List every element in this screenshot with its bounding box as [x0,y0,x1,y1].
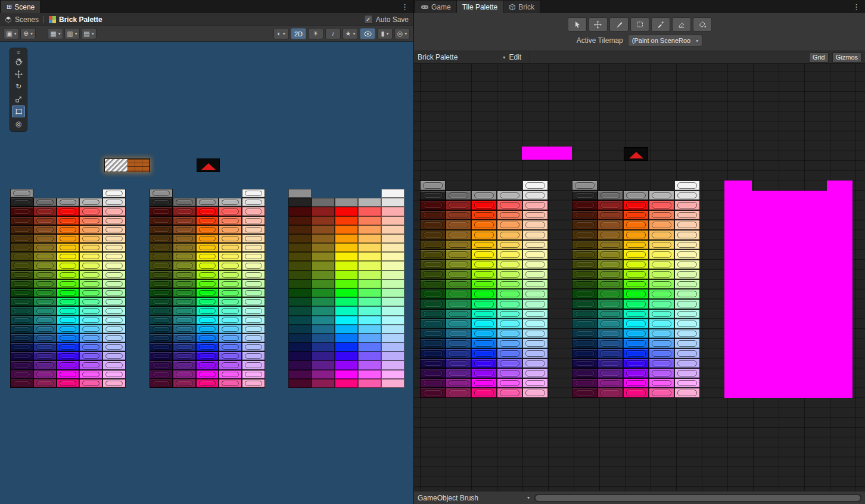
palette-tile[interactable] [598,269,623,279]
palette-tile[interactable] [196,343,219,351]
palette-tile[interactable] [242,198,265,207]
palette-tile[interactable] [312,351,335,360]
palette-tile[interactable] [242,252,265,261]
palette-tile[interactable] [471,200,497,210]
palette-tile[interactable] [312,279,335,288]
palette-tile[interactable] [150,325,173,334]
palette-tile[interactable] [312,234,335,243]
palette-tile[interactable] [522,191,548,201]
palette-tile[interactable] [649,299,674,309]
palette-tile[interactable] [674,200,700,210]
palette-tile[interactable] [173,234,196,243]
palette-tile[interactable] [57,225,80,234]
palette-tile[interactable] [471,250,497,260]
palette-tile[interactable] [358,243,381,252]
palette-tile[interactable] [522,309,548,319]
palette-tile[interactable] [446,200,471,210]
palette-tile[interactable] [33,207,57,216]
palette-tile[interactable] [446,359,471,369]
palette-tile[interactable] [150,243,173,252]
palette-tile[interactable] [522,260,548,270]
palette-tile[interactable] [10,243,33,252]
palette-tile[interactable] [10,379,33,388]
palette-tile[interactable] [572,269,598,279]
move-tile-tool-button[interactable] [589,17,608,32]
palette-tile[interactable] [522,368,548,378]
palette-tile[interactable] [446,230,471,240]
palette-tile[interactable] [649,210,674,220]
palette-tile[interactable] [358,225,381,234]
palette-tile[interactable] [33,370,57,379]
palette-tile[interactable] [381,279,405,288]
palette-tile[interactable] [288,316,312,325]
palette-tile[interactable] [572,289,598,299]
palette-tile[interactable] [335,343,358,351]
palette-tile[interactable] [102,334,126,343]
palette-tile[interactable] [335,270,358,279]
palette-tile[interactable] [196,297,219,306]
palette-tile[interactable] [102,198,126,207]
palette-tile[interactable] [674,210,700,220]
palette-tile[interactable] [598,200,623,210]
palette-tile[interactable] [33,252,57,261]
scene-brick-palette-2[interactable] [150,189,265,388]
palette-tile[interactable] [420,200,446,210]
palette-tile[interactable] [173,270,196,279]
palette-tile[interactable] [471,349,497,359]
palette-tile[interactable] [572,338,598,349]
palette-tile[interactable] [446,250,471,260]
palette-tile[interactable] [572,388,598,398]
palette-tile[interactable] [79,225,102,234]
palette-tile[interactable] [674,220,700,230]
palette-tile[interactable] [173,343,196,351]
move-tool-button[interactable] [12,68,25,80]
tile-palette-bricks-2[interactable] [572,181,700,398]
palette-tile[interactable] [150,234,173,243]
palette-tile[interactable] [649,220,674,230]
palette-tile[interactable] [358,306,381,315]
palette-tile[interactable] [79,351,102,360]
palette-tile[interactable] [150,316,173,325]
palette-tile[interactable] [219,297,242,306]
palette-tile[interactable] [471,309,497,319]
palette-tile[interactable] [10,343,33,351]
palette-tile[interactable] [102,252,126,261]
select-tool-button[interactable] [568,17,587,32]
palette-tile[interactable] [598,210,623,220]
tile-palette-canvas[interactable] [414,64,865,491]
palette-tile[interactable] [150,252,173,261]
palette-tile[interactable] [598,230,623,240]
palette-tile[interactable] [522,269,548,279]
palette-tile[interactable] [173,207,196,216]
palette-tile[interactable] [173,288,196,297]
palette-tile[interactable] [288,351,312,360]
palette-tile[interactable] [33,216,57,225]
palette-tile[interactable] [649,359,674,369]
palette-tile[interactable] [242,325,265,334]
palette-tile[interactable] [420,289,446,299]
palette-tile[interactable] [497,210,522,220]
palette-tile[interactable] [33,225,57,234]
palette-tile[interactable] [33,325,57,334]
palette-tile[interactable] [674,269,700,279]
palette-tile[interactable] [572,181,598,191]
palette-tile[interactable] [312,288,335,297]
palette-tile[interactable] [674,388,700,398]
palette-tile[interactable] [10,252,33,261]
palette-tile[interactable] [312,297,335,306]
palette-tile[interactable] [420,368,446,378]
palette-tile[interactable] [335,316,358,325]
palette-tile[interactable] [446,260,471,270]
tile-palette-kebab-menu-icon[interactable]: ⋮ [848,2,865,11]
palette-tile[interactable] [420,181,446,191]
palette-tile[interactable] [173,370,196,379]
increment-snap-dropdown[interactable]: ▥ ▾ [64,28,80,39]
palette-tile[interactable] [102,379,126,388]
palette-tile[interactable] [312,198,335,207]
palette-tile[interactable] [173,216,196,225]
palette-tile[interactable] [150,343,173,351]
palette-tile[interactable] [219,207,242,216]
palette-tile[interactable] [623,200,649,210]
palette-tile[interactable] [242,343,265,351]
palette-tile[interactable] [57,379,80,388]
